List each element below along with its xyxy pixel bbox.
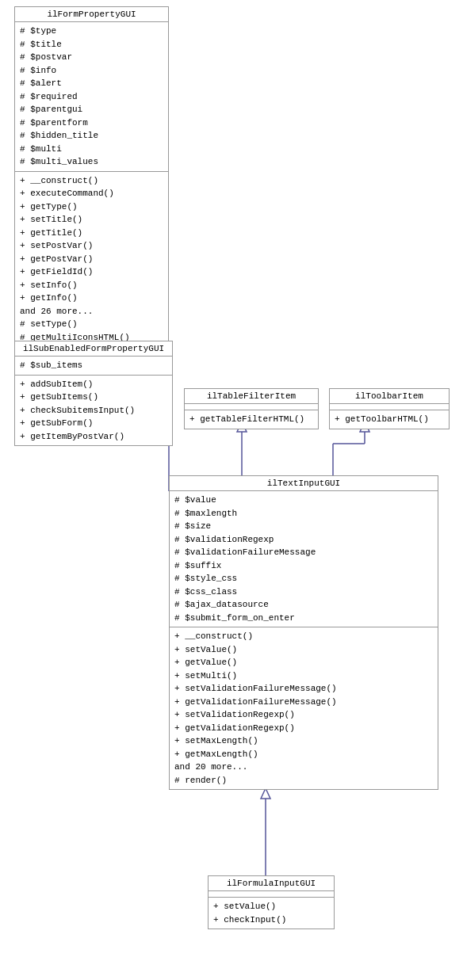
ilFormulaInputGUI-methods: + setValue() + checkInput() [209,898,334,929]
ilTableFilterItem-box: ilTableFilterItem + getTableFilterHTML() [184,388,319,429]
ilFormulaInputGUI-box: ilFormulaInputGUI + setValue() + checkIn… [208,875,335,929]
ilTextInputGUI-box: ilTextInputGUI # $value # $maxlength # $… [169,475,438,790]
ilFormulaInputGUI-title: ilFormulaInputGUI [209,876,334,891]
ilTextInputGUI-title: ilTextInputGUI [170,476,438,491]
ilTableFilterItem-methods: + getTableFilterHTML() [185,410,318,429]
ilSubEnabledFormPropertyGUI-title: ilSubEnabledFormPropertyGUI [15,341,172,357]
ilSubEnabledFormPropertyGUI-box: ilSubEnabledFormPropertyGUI # $sub_items… [14,341,173,446]
ilTableFilterItem-fields [185,404,318,410]
ilToolbarItem-fields [330,404,449,410]
ilSubEnabledFormPropertyGUI-fields: # $sub_items [15,357,172,376]
ilToolbarItem-title: ilToolbarItem [330,389,449,404]
ilTextInputGUI-methods: + __construct() + setValue() + getValue(… [170,627,438,789]
ilFormPropertyGUI-fields: # $type # $title # $postvar # $info # $a… [15,22,168,172]
diagram-container: ilFormPropertyGUI # $type # $title # $po… [0,0,463,980]
ilFormPropertyGUI-box: ilFormPropertyGUI # $type # $title # $po… [14,6,169,347]
ilTextInputGUI-fields: # $value # $maxlength # $size # $validat… [170,491,438,627]
ilFormPropertyGUI-title: ilFormPropertyGUI [15,7,168,22]
ilTableFilterItem-title: ilTableFilterItem [185,389,318,404]
ilToolbarItem-methods: + getToolbarHTML() [330,410,449,429]
ilFormPropertyGUI-methods: + __construct() + executeCommand() + get… [15,172,168,347]
ilFormulaInputGUI-fields [209,891,334,898]
ilToolbarItem-box: ilToolbarItem + getToolbarHTML() [329,388,450,429]
ilSubEnabledFormPropertyGUI-methods: + addSubItem() + getSubItems() + checkSu… [15,376,172,446]
